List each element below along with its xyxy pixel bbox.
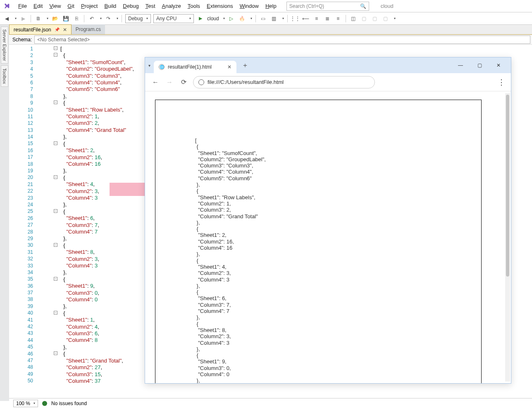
menu-tools[interactable]: Tools [184,2,203,10]
nav-back-icon[interactable]: ◀ [2,14,11,23]
search-box[interactable]: Search (Ctrl+Q) 🔍 [286,2,369,11]
fold-toggle[interactable]: − [54,311,57,315]
fold-column: −−−−−−−−−− [54,45,59,398]
page-frame: [ { "Sheet1": "SumofCount", "Column2": "… [155,100,482,383]
tb-icon-2[interactable]: ▥ [270,14,278,23]
tb-icon-7[interactable]: ≡ [334,14,342,23]
fold-toggle[interactable]: − [54,175,57,179]
browser-viewport[interactable]: [ { "Sheet1": "SumofCount", "Column2": "… [145,91,511,383]
menu-file[interactable]: File [15,2,30,10]
tb-icon-1[interactable]: ▭ [259,14,267,23]
maximize-icon[interactable]: ▢ [474,62,485,68]
search-icon: 🔍 [360,3,366,9]
menu-window[interactable]: Window [236,2,262,10]
tb-icon-8[interactable]: ◫ [349,14,358,23]
tab-active[interactable]: resultantFile.json 📌 ✕ [9,24,72,34]
pin-icon[interactable]: 📌 [55,27,60,32]
menu-git[interactable]: Git [64,2,78,10]
browser-scroll-thumb[interactable] [506,95,509,277]
browser-tab-title: resultantFile(1).html [168,64,212,70]
tab-inactive[interactable]: Program.cs [72,24,105,34]
fold-toggle[interactable]: − [54,53,57,57]
browser-tabstrip: ▾ 🌐 resultantFile(1).html ✕ ＋ ― ▢ ✕ [145,57,511,73]
save-all-icon[interactable]: ⎘ [72,14,81,23]
menu-debug[interactable]: Debug [119,2,142,10]
tab-inactive-label: Program.cs [76,26,101,32]
close-icon[interactable]: ✕ [63,27,67,33]
new-tab-button[interactable]: ＋ [240,60,250,71]
redo-icon[interactable]: ↷ [104,14,112,23]
fold-toggle[interactable]: − [54,46,57,50]
menu-bar: FileEditViewGitProjectBuildDebugTestAnal… [0,0,532,12]
fold-toggle[interactable]: − [54,351,57,355]
issues-text: No issues found [51,401,87,406]
left-toolwindow-strip: Server Explorer Toolbox [0,25,9,401]
tb-icon-3[interactable]: ⋮⋮ [291,14,299,23]
browser-reload-icon[interactable]: ⟳ [179,78,188,87]
globe-icon [198,79,204,85]
menu-build[interactable]: Build [101,2,119,10]
open-icon[interactable]: 📂 [51,14,59,23]
fold-toggle[interactable]: − [54,100,57,104]
browser-scrollbar[interactable] [505,93,510,382]
menu-project[interactable]: Project [78,2,101,10]
browser-toolbar: ← → ⟳ file:///C:/Users/resultantFile.htm… [145,73,511,91]
schema-combo[interactable]: <No Schema Selected> [34,36,530,44]
browser-menu-icon[interactable]: ⋮ [498,78,505,87]
document-tab-strip: resultantFile.json 📌 ✕ Program.cs [9,25,532,35]
standard-toolbar: ◀ ▾ ▶ 🗎 ▾ 📂 💾 ⎘ ↶▾ ↷▾ Debug▾ Any CPU▾ ▶ … [0,12,532,25]
status-bar: 100 %▾ No issues found [9,398,532,408]
sidewin-server-explorer[interactable]: Server Explorer [1,26,8,64]
tab-active-label: resultantFile.json [14,27,51,33]
fold-toggle[interactable]: − [54,243,57,247]
hot-reload-icon: 🔥 [238,14,246,23]
save-icon[interactable]: 💾 [62,14,70,23]
zoom-combo[interactable]: 100 %▾ [13,400,38,407]
browser-forward-icon[interactable]: → [165,78,174,87]
address-bar[interactable]: file:///C:/Users/resultantFile.html [193,76,375,88]
tab-dropdown-icon[interactable]: ▾ [148,63,150,68]
browser-tab-close-icon[interactable]: ✕ [227,64,231,70]
menu-edit[interactable]: Edit [30,2,46,10]
start-nodebug-button[interactable]: ▷ [227,14,236,23]
tb-icon-5[interactable]: ≡ [313,14,321,23]
tb-icon-4[interactable]: ⟵ [302,14,310,23]
menu-test[interactable]: Test [142,2,159,10]
tb-icon-6[interactable]: ≣ [323,14,332,23]
vs-logo-icon [2,2,12,11]
run-target[interactable]: cloud [207,16,219,21]
minimize-icon[interactable]: ― [455,62,466,68]
line-number-gutter: 1234567891011121314151617181920212223242… [9,45,45,398]
nav-fwd-icon[interactable]: ▶ [19,14,27,23]
page-content: [ { "Sheet1": "SumofCount", "Column2": "… [195,137,266,383]
browser-back-icon[interactable]: ← [151,78,160,87]
close-window-icon[interactable]: ✕ [493,62,504,68]
tb-icon-11: ▢ [382,14,390,23]
schema-bar: Schema: <No Schema Selected> [9,35,532,45]
tb-icon-9: ▢ [360,14,368,23]
sidewin-toolbox[interactable]: Toolbox [1,65,8,87]
schema-label: Schema: [12,37,32,43]
menu-analyze[interactable]: Analyze [159,2,184,10]
status-ok-icon [42,401,47,406]
solution-config-combo[interactable]: Debug▾ [125,14,151,23]
new-project-icon[interactable]: 🗎 [34,14,43,23]
favicon-icon: 🌐 [159,64,165,70]
menu-extensions[interactable]: Extensions [203,2,236,10]
browser-tab[interactable]: 🌐 resultantFile(1).html ✕ [154,61,236,73]
tb-icon-10: ▢ [371,14,379,23]
start-debug-button[interactable]: ▶ [196,14,205,23]
undo-icon[interactable]: ↶ [88,14,96,23]
fold-toggle[interactable]: − [54,209,57,213]
account-label[interactable]: cloud [381,3,394,9]
url-text: file:///C:/Users/resultantFile.html [208,79,284,85]
menu-view[interactable]: View [46,2,64,10]
browser-window: ▾ 🌐 resultantFile(1).html ✕ ＋ ― ▢ ✕ ← → … [145,57,511,384]
fold-toggle[interactable]: − [54,141,57,145]
solution-platform-combo[interactable]: Any CPU▾ [153,14,194,23]
fold-toggle[interactable]: − [54,277,57,281]
menu-help[interactable]: Help [262,2,280,10]
search-placeholder: Search (Ctrl+Q) [289,3,324,9]
